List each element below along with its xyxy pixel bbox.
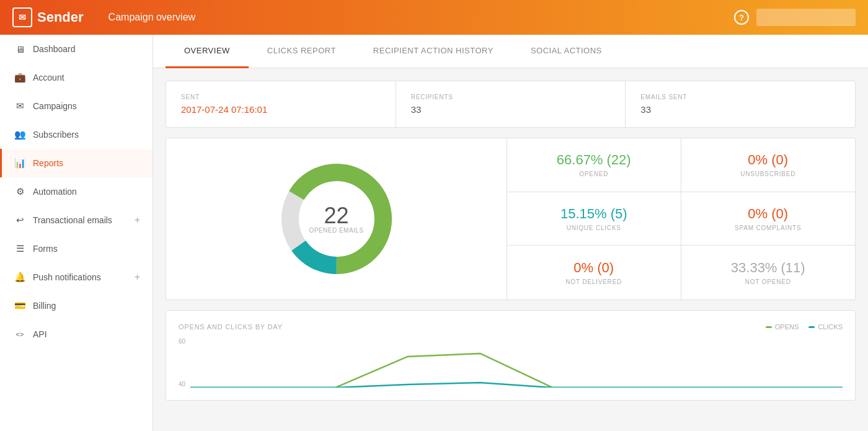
- not-opened-pct: 33.33% (11): [731, 260, 805, 276]
- app-body: 🖥 Dashboard 💼 Account ✉ Campaigns 👥 Subs…: [0, 35, 868, 431]
- not-delivered-pct: 0% (0): [574, 260, 614, 276]
- clicks-label: CLICKS: [818, 323, 843, 331]
- metric-spam: 0% (0) SPAM COMPLAINTS: [681, 192, 856, 246]
- legend-opens: OPENS: [766, 323, 799, 331]
- help-button[interactable]: ?: [734, 10, 749, 25]
- transactional-plus-icon: +: [135, 215, 140, 226]
- push-icon: 🔔: [14, 272, 25, 283]
- unsubscribed-label: UNSUBSCRIBED: [740, 171, 795, 177]
- spam-label: SPAM COMPLAINTS: [735, 224, 801, 231]
- sidebar-item-label: Transactional emails: [33, 215, 112, 225]
- subscribers-icon: 👥: [14, 129, 25, 140]
- metric-not-delivered: 0% (0) NOT DELIVERED: [507, 246, 681, 300]
- stats-bar: SENT 2017-07-24 07:16:01 RECIPIENTS 33 E…: [166, 81, 856, 128]
- tab-overview[interactable]: OVERVIEW: [166, 35, 249, 68]
- sidebar-item-transactional[interactable]: ↩ Transactional emails +: [0, 206, 153, 234]
- dashboard-icon: 🖥: [14, 43, 25, 55]
- sidebar-item-label: Dashboard: [33, 44, 76, 54]
- chart-legend: OPENS CLICKS: [766, 323, 843, 331]
- sidebar-item-forms[interactable]: ☰ Forms: [0, 234, 153, 263]
- donut-label: OPENED EMAILS: [309, 227, 363, 234]
- automation-icon: ⚙: [14, 186, 25, 197]
- sent-value: 2017-07-24 07:16:01: [181, 104, 381, 115]
- sent-stat: SENT 2017-07-24 07:16:01: [166, 81, 396, 127]
- sidebar-item-label: Forms: [33, 244, 58, 254]
- emails-sent-label: EMAILS SENT: [640, 94, 840, 100]
- y-label-40: 40: [179, 381, 185, 388]
- sidebar-item-label: Account: [33, 73, 64, 82]
- emails-sent-value: 33: [640, 104, 840, 115]
- billing-icon: 💳: [14, 300, 25, 311]
- sent-label: SENT: [181, 94, 381, 100]
- logo-text: Sender: [37, 9, 84, 25]
- campaigns-icon: ✉: [14, 100, 25, 112]
- forms-icon: ☰: [14, 243, 25, 254]
- chart-area: 60 40: [179, 338, 843, 388]
- metric-unique-clicks: 15.15% (5) UNIQUE CLICKS: [507, 192, 681, 246]
- sidebar-item-subscribers[interactable]: 👥 Subscribers: [0, 120, 153, 149]
- reports-icon: 📊: [14, 158, 25, 169]
- sidebar-item-label: Automation: [33, 187, 77, 197]
- logo-icon: ✉: [12, 7, 32, 27]
- tab-clicks[interactable]: CLICKS REPORT: [249, 35, 355, 68]
- sidebar-item-reports[interactable]: 📊 Reports: [0, 149, 153, 177]
- opened-label: OPENED: [579, 171, 608, 177]
- tab-bar: OVERVIEW CLICKS REPORT RECIPIENT ACTION …: [153, 35, 868, 68]
- unique-clicks-pct: 15.15% (5): [560, 206, 627, 222]
- logo: ✉ Sender: [12, 7, 84, 27]
- account-icon: 💼: [14, 72, 25, 83]
- header-right: ?: [734, 9, 856, 26]
- sidebar-item-push[interactable]: 🔔 Push notifications +: [0, 263, 153, 291]
- sidebar-item-label: Push notifications: [33, 272, 101, 282]
- chart-header: OPENS AND CLICKS BY DAY OPENS CLICKS: [179, 323, 843, 331]
- chart-svg: [190, 338, 843, 388]
- opens-label: OPENS: [775, 323, 799, 331]
- api-icon: <>: [14, 329, 25, 340]
- overview-content: SENT 2017-07-24 07:16:01 RECIPIENTS 33 E…: [153, 68, 868, 413]
- sidebar-item-campaigns[interactable]: ✉ Campaigns: [0, 92, 153, 120]
- sidebar-item-label: Billing: [33, 301, 56, 311]
- metric-not-opened: 33.33% (11) NOT OPENED: [681, 246, 856, 300]
- donut-chart: 22 OPENED EMAILS: [275, 157, 399, 281]
- not-delivered-label: NOT DELIVERED: [565, 278, 622, 285]
- app-header: ✉ Sender Campaign overview ?: [0, 0, 868, 35]
- metric-opened: 66.67% (22) OPENED: [507, 138, 681, 192]
- chart-y-labels: 60 40: [179, 338, 185, 388]
- sidebar-item-label: Subscribers: [33, 130, 79, 140]
- spam-pct: 0% (0): [748, 206, 788, 222]
- metric-unsubscribed: 0% (0) UNSUBSCRIBED: [681, 138, 856, 192]
- recipients-stat: RECIPIENTS 33: [396, 81, 626, 127]
- search-input[interactable]: [756, 9, 856, 26]
- page-title: Campaign overview: [108, 12, 734, 23]
- donut-center: 22 OPENED EMAILS: [309, 205, 363, 234]
- donut-number: 22: [309, 205, 363, 227]
- chart-title: OPENS AND CLICKS BY DAY: [179, 323, 283, 331]
- unique-clicks-label: UNIQUE CLICKS: [567, 224, 621, 231]
- donut-section: 22 OPENED EMAILS: [166, 138, 507, 300]
- not-opened-label: NOT OPENED: [745, 278, 791, 285]
- sidebar-item-label: Reports: [33, 158, 63, 168]
- main-content: OVERVIEW CLICKS REPORT RECIPIENT ACTION …: [153, 35, 868, 431]
- recipients-label: RECIPIENTS: [411, 94, 611, 100]
- opens-dot: [766, 326, 772, 328]
- sidebar-item-billing[interactable]: 💳 Billing: [0, 291, 153, 320]
- unsubscribed-pct: 0% (0): [748, 152, 788, 168]
- y-label-60: 60: [179, 338, 185, 345]
- sidebar-item-account[interactable]: 💼 Account: [0, 63, 153, 92]
- recipients-value: 33: [411, 104, 611, 115]
- sidebar: 🖥 Dashboard 💼 Account ✉ Campaigns 👥 Subs…: [0, 35, 153, 431]
- sidebar-item-api[interactable]: <> API: [0, 320, 153, 349]
- metrics-container: 22 OPENED EMAILS 66.67% (22) OPENED 0% (…: [166, 138, 856, 300]
- legend-clicks: CLICKS: [808, 323, 843, 331]
- sidebar-item-automation[interactable]: ⚙ Automation: [0, 177, 153, 206]
- push-plus-icon: +: [135, 272, 140, 283]
- sidebar-item-label: Campaigns: [33, 101, 77, 111]
- emails-sent-stat: EMAILS SENT 33: [626, 81, 855, 127]
- opened-pct: 66.67% (22): [557, 152, 631, 168]
- tab-recipient[interactable]: RECIPIENT ACTION HISTORY: [355, 35, 512, 68]
- clicks-dot: [808, 326, 815, 328]
- sidebar-item-dashboard[interactable]: 🖥 Dashboard: [0, 35, 153, 63]
- chart-section: OPENS AND CLICKS BY DAY OPENS CLICKS: [166, 310, 856, 401]
- sidebar-item-label: API: [33, 329, 47, 339]
- tab-social[interactable]: SOCIAL ACTIONS: [512, 35, 621, 68]
